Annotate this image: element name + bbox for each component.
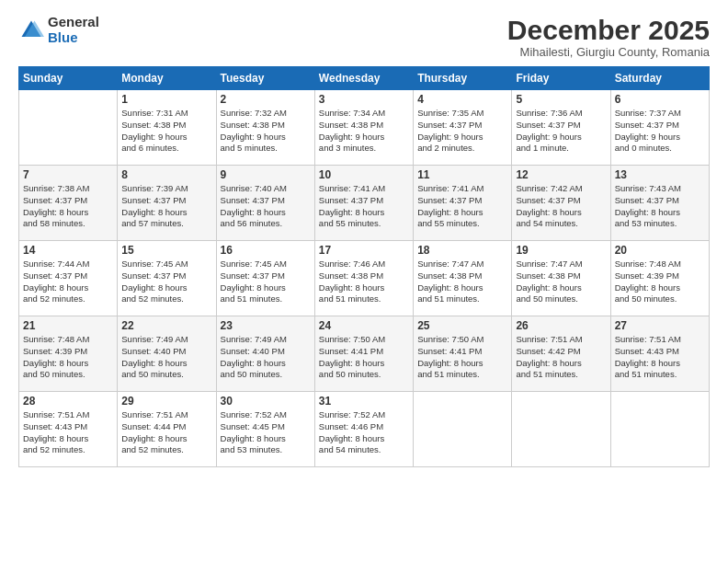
calendar-cell: 19Sunrise: 7:47 AM Sunset: 4:38 PM Dayli…: [512, 241, 610, 316]
day-number: 24: [319, 319, 409, 332]
calendar-cell: 20Sunrise: 7:48 AM Sunset: 4:39 PM Dayli…: [610, 241, 709, 316]
weekday-header: Saturday: [610, 67, 709, 90]
day-number: 30: [221, 395, 311, 408]
calendar-cell: 10Sunrise: 7:41 AM Sunset: 4:37 PM Dayli…: [314, 166, 413, 241]
calendar-header-row: SundayMondayTuesdayWednesdayThursdayFrid…: [19, 67, 710, 90]
day-number: 22: [121, 319, 211, 332]
calendar-cell: 12Sunrise: 7:42 AM Sunset: 4:37 PM Dayli…: [512, 166, 610, 241]
day-number: 27: [615, 319, 705, 332]
day-info: Sunrise: 7:41 AM Sunset: 4:37 PM Dayligh…: [417, 183, 507, 230]
calendar-cell: 27Sunrise: 7:51 AM Sunset: 4:43 PM Dayli…: [610, 316, 709, 392]
day-info: Sunrise: 7:52 AM Sunset: 4:45 PM Dayligh…: [221, 409, 311, 456]
weekday-header: Friday: [512, 67, 610, 90]
day-info: Sunrise: 7:39 AM Sunset: 4:37 PM Dayligh…: [121, 183, 211, 230]
day-number: 17: [319, 244, 409, 257]
calendar-cell: 6Sunrise: 7:37 AM Sunset: 4:37 PM Daylig…: [610, 90, 709, 166]
day-number: 10: [319, 168, 409, 181]
day-info: Sunrise: 7:49 AM Sunset: 4:40 PM Dayligh…: [121, 334, 211, 381]
day-number: 9: [221, 168, 311, 181]
day-number: 14: [23, 244, 113, 257]
calendar-cell: 2Sunrise: 7:32 AM Sunset: 4:38 PM Daylig…: [216, 90, 314, 166]
calendar-cell: 25Sunrise: 7:50 AM Sunset: 4:41 PM Dayli…: [414, 316, 512, 392]
day-info: Sunrise: 7:48 AM Sunset: 4:39 PM Dayligh…: [615, 259, 705, 305]
calendar-cell: 24Sunrise: 7:50 AM Sunset: 4:41 PM Dayli…: [314, 316, 413, 392]
logo-general: General: [48, 15, 99, 30]
day-number: 4: [417, 93, 507, 106]
calendar-cell: 29Sunrise: 7:51 AM Sunset: 4:44 PM Dayli…: [118, 392, 216, 467]
weekday-header: Thursday: [414, 67, 512, 90]
day-number: 11: [417, 168, 507, 181]
calendar-cell: 21Sunrise: 7:48 AM Sunset: 4:39 PM Dayli…: [19, 316, 118, 392]
day-info: Sunrise: 7:49 AM Sunset: 4:40 PM Dayligh…: [221, 334, 311, 381]
day-info: Sunrise: 7:31 AM Sunset: 4:38 PM Dayligh…: [121, 108, 211, 155]
calendar-week-row: 1Sunrise: 7:31 AM Sunset: 4:38 PM Daylig…: [19, 90, 710, 166]
day-number: 8: [121, 168, 211, 181]
day-number: 21: [23, 319, 113, 332]
calendar-cell: 13Sunrise: 7:43 AM Sunset: 4:37 PM Dayli…: [610, 166, 709, 241]
day-info: Sunrise: 7:52 AM Sunset: 4:46 PM Dayligh…: [319, 409, 409, 456]
day-info: Sunrise: 7:47 AM Sunset: 4:38 PM Dayligh…: [417, 259, 507, 305]
calendar-cell: 5Sunrise: 7:36 AM Sunset: 4:37 PM Daylig…: [512, 90, 610, 166]
day-number: 28: [23, 395, 113, 408]
day-number: 20: [615, 244, 705, 257]
logo-icon: [18, 17, 44, 43]
day-info: Sunrise: 7:38 AM Sunset: 4:37 PM Dayligh…: [23, 183, 113, 230]
logo-blue: Blue: [48, 30, 99, 46]
logo: General Blue: [18, 15, 99, 45]
calendar-week-row: 14Sunrise: 7:44 AM Sunset: 4:37 PM Dayli…: [19, 241, 710, 316]
day-number: 26: [516, 319, 606, 332]
day-info: Sunrise: 7:34 AM Sunset: 4:38 PM Dayligh…: [319, 108, 409, 155]
day-info: Sunrise: 7:36 AM Sunset: 4:37 PM Dayligh…: [516, 108, 606, 155]
calendar-cell: 18Sunrise: 7:47 AM Sunset: 4:38 PM Dayli…: [414, 241, 512, 316]
day-info: Sunrise: 7:32 AM Sunset: 4:38 PM Dayligh…: [221, 108, 311, 155]
day-info: Sunrise: 7:51 AM Sunset: 4:44 PM Dayligh…: [121, 409, 211, 456]
day-info: Sunrise: 7:51 AM Sunset: 4:42 PM Dayligh…: [516, 334, 606, 381]
weekday-header: Monday: [118, 67, 216, 90]
day-info: Sunrise: 7:43 AM Sunset: 4:37 PM Dayligh…: [615, 183, 705, 230]
weekday-header: Tuesday: [216, 67, 314, 90]
calendar-cell: 23Sunrise: 7:49 AM Sunset: 4:40 PM Dayli…: [216, 316, 314, 392]
calendar-cell: [610, 392, 709, 467]
day-number: 31: [319, 395, 409, 408]
calendar-week-row: 28Sunrise: 7:51 AM Sunset: 4:43 PM Dayli…: [19, 392, 710, 467]
calendar-cell: 14Sunrise: 7:44 AM Sunset: 4:37 PM Dayli…: [19, 241, 118, 316]
day-info: Sunrise: 7:46 AM Sunset: 4:38 PM Dayligh…: [319, 259, 409, 305]
day-number: 16: [221, 244, 311, 257]
day-info: Sunrise: 7:50 AM Sunset: 4:41 PM Dayligh…: [417, 334, 507, 381]
day-info: Sunrise: 7:37 AM Sunset: 4:37 PM Dayligh…: [615, 108, 705, 155]
title-block: December 2025 Mihailesti, Giurgiu County…: [507, 15, 710, 59]
day-number: 18: [417, 244, 507, 257]
day-number: 23: [221, 319, 311, 332]
day-info: Sunrise: 7:41 AM Sunset: 4:37 PM Dayligh…: [319, 183, 409, 230]
calendar-cell: 28Sunrise: 7:51 AM Sunset: 4:43 PM Dayli…: [19, 392, 118, 467]
day-info: Sunrise: 7:51 AM Sunset: 4:43 PM Dayligh…: [615, 334, 705, 381]
calendar-cell: [19, 90, 118, 166]
calendar-cell: 1Sunrise: 7:31 AM Sunset: 4:38 PM Daylig…: [118, 90, 216, 166]
day-number: 15: [121, 244, 211, 257]
logo-text: General Blue: [48, 15, 99, 45]
calendar-week-row: 7Sunrise: 7:38 AM Sunset: 4:37 PM Daylig…: [19, 166, 710, 241]
day-info: Sunrise: 7:45 AM Sunset: 4:37 PM Dayligh…: [121, 259, 211, 305]
calendar-cell: 3Sunrise: 7:34 AM Sunset: 4:38 PM Daylig…: [314, 90, 413, 166]
calendar-cell: 15Sunrise: 7:45 AM Sunset: 4:37 PM Dayli…: [118, 241, 216, 316]
month-title: December 2025: [507, 15, 710, 45]
calendar-cell: 26Sunrise: 7:51 AM Sunset: 4:42 PM Dayli…: [512, 316, 610, 392]
day-number: 5: [516, 93, 606, 106]
day-number: 2: [221, 93, 311, 106]
day-info: Sunrise: 7:48 AM Sunset: 4:39 PM Dayligh…: [23, 334, 113, 381]
day-number: 7: [23, 168, 113, 181]
location: Mihailesti, Giurgiu County, Romania: [507, 45, 710, 59]
calendar-cell: [414, 392, 512, 467]
calendar-cell: 7Sunrise: 7:38 AM Sunset: 4:37 PM Daylig…: [19, 166, 118, 241]
day-info: Sunrise: 7:50 AM Sunset: 4:41 PM Dayligh…: [319, 334, 409, 381]
calendar-cell: 31Sunrise: 7:52 AM Sunset: 4:46 PM Dayli…: [314, 392, 413, 467]
day-number: 12: [516, 168, 606, 181]
day-number: 6: [615, 93, 705, 106]
day-info: Sunrise: 7:44 AM Sunset: 4:37 PM Dayligh…: [23, 259, 113, 305]
calendar-cell: 22Sunrise: 7:49 AM Sunset: 4:40 PM Dayli…: [118, 316, 216, 392]
day-info: Sunrise: 7:51 AM Sunset: 4:43 PM Dayligh…: [23, 409, 113, 456]
weekday-header: Sunday: [19, 67, 118, 90]
header: General Blue December 2025 Mihailesti, G…: [18, 15, 710, 59]
day-number: 19: [516, 244, 606, 257]
day-info: Sunrise: 7:47 AM Sunset: 4:38 PM Dayligh…: [516, 259, 606, 305]
